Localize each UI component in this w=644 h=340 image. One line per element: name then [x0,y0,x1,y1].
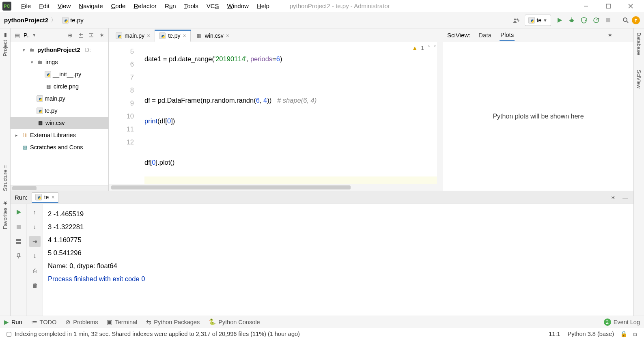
profile-button[interactable] [591,15,601,25]
caret-position[interactable]: 11:1 [549,331,560,337]
close-icon[interactable]: × [226,32,229,39]
toolwindow-event-log[interactable]: 2Event Log [604,318,640,326]
tree-root[interactable]: ▾🖿pythonProject2 D: [11,44,108,56]
toolwindow-run[interactable]: ▶Run [4,319,22,325]
tree-file-te[interactable]: te.py [11,105,108,117]
gear-icon[interactable]: ✶ [606,31,614,39]
toolwindow-toggle-icon[interactable]: ▢ [5,330,13,338]
app-icon: PC [2,2,11,11]
toolwindow-python-console[interactable]: 🐍Python Console [209,318,260,325]
gear-icon[interactable]: ✶ [609,194,617,202]
menu-vcs[interactable]: VCS [202,2,223,9]
editor-hscrollbar[interactable] [109,184,443,191]
editor-tab-win[interactable]: ▦win.csv× [191,30,234,42]
toolwindow-problems[interactable]: ⊘Problems [65,319,98,325]
sciview-header: SciView: Data Plots ✶ — [443,28,633,42]
code-editor[interactable]: 56789101112 date1 = pd.date_range('20190… [109,42,443,184]
down-button[interactable]: ↓ [29,221,41,232]
inspection-profile-icon[interactable]: 🗈 [631,330,639,338]
interpreter-widget[interactable]: Python 3.8 (base) [568,331,614,337]
menu-navigate[interactable]: Navigate [75,2,107,9]
run-tool-title: Run: [15,194,28,201]
python-file-icon [159,32,166,39]
left-tool-favorites[interactable]: Favorites ★ [2,197,8,232]
clear-button[interactable]: 🗑 [29,280,41,291]
right-tool-sciview[interactable]: SciView [636,67,642,92]
layout-button[interactable] [13,236,24,247]
menu-edit[interactable]: Edit [35,2,54,9]
window-close[interactable] [619,0,642,12]
close-icon[interactable]: × [147,32,150,39]
stop-button[interactable] [603,15,613,25]
svg-rect-19 [17,225,21,229]
run-config-selector[interactable]: te ▼ [525,15,551,26]
toolwindow-terminal[interactable]: ▣Terminal [107,319,137,325]
sciview-tab-plots[interactable]: Plots [500,30,515,41]
editor-tab-te[interactable]: te.py× [155,30,191,42]
warning-icon: ▲ [412,45,418,51]
menu-run[interactable]: Run [161,2,180,9]
editor-tab-main[interactable]: main.py× [111,30,155,42]
run-toolbar-primary [11,204,27,316]
collapse-all-icon[interactable] [87,31,95,39]
right-tool-database[interactable]: Database [636,29,642,58]
soft-wrap-button[interactable]: ⇥ [29,236,41,247]
tree-external-libs[interactable]: ▸⫿⫿External Libraries [11,129,108,141]
bottom-tool-stripe: ▶Run ≔TODO ⊘Problems ▣Terminal ⇆Python P… [0,316,644,328]
tree-scratches[interactable]: ▧Scratches and Cons [11,141,108,153]
run-button[interactable] [555,15,564,25]
search-everywhere-button[interactable] [621,15,631,25]
project-view-icon[interactable]: ▤ [13,31,21,39]
locate-icon[interactable]: ⊕ [66,31,74,39]
pin-button[interactable] [13,250,24,262]
toolwindow-python-packages[interactable]: ⇆Python Packages [146,319,200,325]
code-with-me-icon[interactable] [511,15,521,25]
chevron-down-icon[interactable]: ˅ [433,45,436,51]
breadcrumb-file[interactable]: te.py [62,17,84,24]
sciview-placeholder: Python plots will be shown here [443,42,633,191]
menu-help[interactable]: Help [253,2,274,9]
rerun-button[interactable] [13,207,24,218]
sciview-tab-data[interactable]: Data [478,30,492,40]
hide-icon[interactable]: — [621,31,629,39]
menu-tools[interactable]: Tools [180,2,202,9]
close-icon[interactable]: × [183,32,186,39]
window-minimize[interactable] [575,0,597,12]
up-button[interactable]: ↑ [29,207,41,218]
tab-label: te.py [168,32,180,39]
menu-window[interactable]: Window [223,2,253,9]
tree-file-win[interactable]: ▦win.csv [11,117,108,129]
tree-file-main[interactable]: main.py [11,93,108,105]
toolwindow-todo[interactable]: ≔TODO [31,319,57,325]
debug-button[interactable] [567,15,577,25]
close-icon[interactable]: × [51,194,54,200]
run-tab[interactable]: te × [32,192,58,203]
print-button[interactable]: ⎙ [29,265,41,276]
hide-icon[interactable]: — [621,194,629,202]
breadcrumb-project[interactable]: pythonProject2 [4,17,48,24]
stop-button[interactable] [13,221,24,232]
tree-file-circle[interactable]: ▦circle.png [11,80,108,93]
chevron-up-icon[interactable]: ˄ [427,45,430,51]
lock-icon[interactable]: 🔒 [620,330,628,338]
chevron-down-icon: ▼ [543,18,547,23]
run-tab-label: te [44,194,49,200]
left-tool-project[interactable]: Project ▮ [2,29,8,60]
editor-vscrollbar[interactable] [437,42,443,184]
menu-file[interactable]: File [17,2,35,9]
menu-view[interactable]: View [54,2,75,9]
tree-file-init[interactable]: __init__.py [11,68,108,80]
left-tool-structure[interactable]: Structure ≡ [2,162,8,194]
coverage-button[interactable] [579,15,589,25]
window-maximize[interactable] [597,0,619,12]
inspection-widget[interactable]: ▲ 1 ˄ ˅ [412,45,436,51]
menu-code[interactable]: Code [107,2,130,9]
scroll-to-end-button[interactable]: ⤓ [29,250,41,262]
ide-updates-icon[interactable] [632,16,640,24]
run-config-label: te [536,17,541,24]
settings-icon[interactable]: ✶ [98,31,106,39]
expand-all-icon[interactable] [77,31,85,39]
menu-refactor[interactable]: Refactor [129,2,161,9]
console-output[interactable]: 2 -1.465519 3 -1.322281 4 1.160775 5 0.5… [43,204,633,316]
tree-folder-imgs[interactable]: ▾🖿imgs [11,56,108,68]
